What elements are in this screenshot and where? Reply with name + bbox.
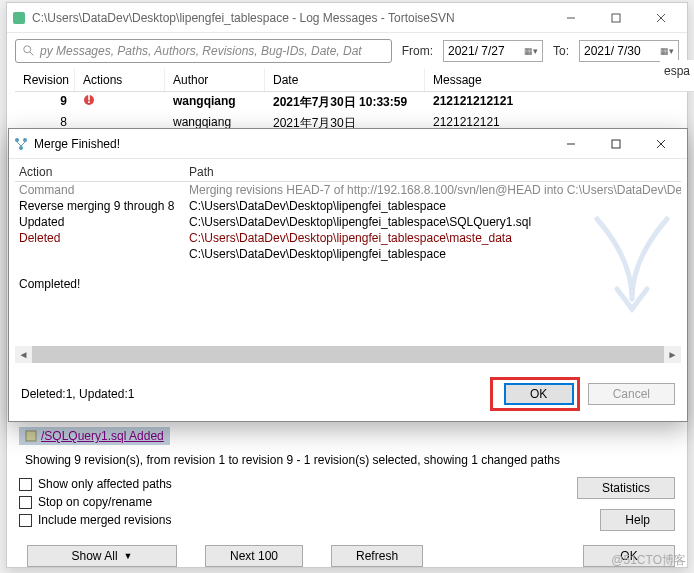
chk-affected-paths[interactable]: Show only affected paths bbox=[19, 477, 172, 491]
svg-rect-0 bbox=[13, 12, 25, 24]
scroll-left-icon[interactable]: ◄ bbox=[15, 346, 32, 363]
col-message[interactable]: Message bbox=[425, 69, 694, 91]
col-author[interactable]: Author bbox=[165, 69, 265, 91]
svg-rect-14 bbox=[612, 140, 620, 148]
decorative-arrow bbox=[587, 209, 677, 339]
col-path[interactable]: Path bbox=[185, 163, 681, 181]
dialog-footer: Deleted:1, Updated:1 OK Cancel bbox=[9, 367, 687, 421]
main-title: C:\Users\DataDev\Desktop\lipengfei_table… bbox=[32, 11, 548, 25]
chk-stop-copy[interactable]: Stop on copy/rename bbox=[19, 495, 172, 509]
svg-text:!: ! bbox=[87, 94, 91, 106]
svg-point-10 bbox=[15, 138, 19, 142]
partial-text: espa bbox=[660, 60, 694, 82]
help-button[interactable]: Help bbox=[600, 509, 675, 531]
dlg-row[interactable]: CommandMerging revisions HEAD-7 of http:… bbox=[15, 182, 681, 198]
scroll-right-icon[interactable]: ► bbox=[664, 346, 681, 363]
dialog-title: Merge Finished! bbox=[34, 137, 548, 151]
dropdown-icon: ▦▾ bbox=[660, 46, 674, 56]
merge-finished-dialog: Merge Finished! Action Path CommandMergi… bbox=[8, 128, 688, 422]
svg-rect-2 bbox=[612, 14, 620, 22]
col-action[interactable]: Action bbox=[15, 163, 185, 181]
refresh-button[interactable]: Refresh bbox=[331, 545, 423, 567]
maximize-button[interactable] bbox=[593, 4, 638, 32]
dialog-titlebar: Merge Finished! bbox=[9, 129, 687, 159]
col-date[interactable]: Date bbox=[265, 69, 425, 91]
action-icon: ! bbox=[83, 94, 95, 106]
next-100-button[interactable]: Next 100 bbox=[205, 545, 303, 567]
merge-icon bbox=[13, 136, 29, 152]
dlg-row[interactable]: Reverse merging 9 through 8C:\Users\Data… bbox=[15, 198, 681, 214]
close-button[interactable] bbox=[638, 4, 683, 32]
from-label: From: bbox=[402, 44, 433, 58]
dlg-minimize-button[interactable] bbox=[548, 130, 593, 158]
dlg-grid-header: Action Path bbox=[15, 163, 681, 182]
bottom-panel: /SQLQuery1.sql Added Showing 9 revision(… bbox=[19, 427, 675, 567]
main-titlebar: C:\Users\DataDev\Desktop\lipengfei_table… bbox=[7, 3, 687, 33]
dlg-completed: Completed! bbox=[15, 276, 681, 292]
minimize-button[interactable] bbox=[548, 4, 593, 32]
app-icon bbox=[11, 10, 27, 26]
svg-rect-9 bbox=[26, 431, 36, 441]
to-date[interactable]: 2021/ 7/30▦▾ bbox=[579, 40, 679, 62]
to-label: To: bbox=[553, 44, 569, 58]
show-all-button[interactable]: Show All ▼ bbox=[27, 545, 177, 567]
watermark: @51CTO博客 bbox=[611, 552, 686, 569]
cancel-button: Cancel bbox=[588, 383, 675, 405]
main-window-buttons bbox=[548, 4, 683, 32]
search-input[interactable]: py Messages, Paths, Authors, Revisions, … bbox=[15, 39, 392, 63]
changed-file-line[interactable]: /SQLQuery1.sql Added bbox=[19, 427, 170, 445]
file-added-icon bbox=[25, 430, 37, 442]
statistics-button[interactable]: Statistics bbox=[577, 477, 675, 499]
chk-merged-revisions[interactable]: Include merged revisions bbox=[19, 513, 172, 527]
status-line: Showing 9 revision(s), from revision 1 t… bbox=[19, 445, 675, 477]
dropdown-icon: ▦▾ bbox=[524, 46, 538, 56]
table-row[interactable]: 9 ! wangqiang 2021年7月30日 10:33:59 212121… bbox=[15, 92, 694, 113]
dlg-maximize-button[interactable] bbox=[593, 130, 638, 158]
dlg-status: Deleted:1, Updated:1 bbox=[21, 387, 490, 401]
grid-header: Revision Actions Author Date Message bbox=[15, 69, 694, 92]
search-icon bbox=[22, 44, 36, 58]
search-toolbar: py Messages, Paths, Authors, Revisions, … bbox=[7, 33, 687, 69]
ok-button[interactable]: OK bbox=[504, 383, 574, 405]
svg-point-11 bbox=[23, 138, 27, 142]
dlg-row[interactable]: C:\Users\DataDev\Desktop\lipengfei_table… bbox=[15, 246, 681, 262]
col-revision[interactable]: Revision bbox=[15, 69, 75, 91]
dlg-row[interactable]: UpdatedC:\Users\DataDev\Desktop\lipengfe… bbox=[15, 214, 681, 230]
dlg-row[interactable]: DeletedC:\Users\DataDev\Desktop\lipengfe… bbox=[15, 230, 681, 246]
svg-point-12 bbox=[19, 146, 23, 150]
dlg-close-button[interactable] bbox=[638, 130, 683, 158]
svg-point-5 bbox=[24, 46, 31, 53]
col-actions[interactable]: Actions bbox=[75, 69, 165, 91]
from-date[interactable]: 2021/ 7/27▦▾ bbox=[443, 40, 543, 62]
horizontal-scrollbar[interactable]: ◄ ► bbox=[15, 346, 681, 363]
ok-highlight: OK bbox=[490, 377, 580, 411]
svg-line-6 bbox=[30, 52, 34, 56]
